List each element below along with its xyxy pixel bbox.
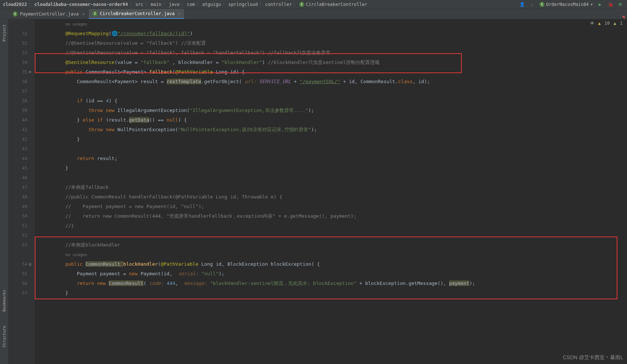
tab-circle-breaker-controller[interactable]: C CircleBreakerController.java ✕: [89, 9, 184, 19]
navigation-bar: cloud2022〉 cloudalibaba-consumer-nacos-o…: [0, 0, 627, 9]
code-content[interactable]: ◥ 👁 ▲10 ▲1 no usages @RequestMapping(🌐"/…: [35, 19, 627, 364]
watermark: CSDN @艾卡西亚丶暴雨L: [563, 354, 623, 361]
run-icon: C: [539, 2, 545, 7]
breadcrumb-item[interactable]: src: [135, 2, 143, 7]
code-editor[interactable]: 31 32 33 34 35⊚ 36 37 38 39 40 41 42 43 …: [8, 19, 627, 364]
tool-window-bookmarks[interactable]: Bookmarks: [2, 288, 7, 313]
toolbar-right: 👤 ↙ C OrderNacosMain84 ▾ ▶ 🐞 ⛨: [519, 1, 624, 8]
tool-window-project[interactable]: Project: [2, 23, 7, 43]
breadcrumb-item[interactable]: cloudalibaba-consumer-nacos-order84: [34, 2, 128, 7]
user-icon[interactable]: 👤: [519, 1, 525, 8]
breadcrumb-item[interactable]: main: [151, 2, 162, 7]
breadcrumb-item[interactable]: cloud2022: [3, 2, 27, 7]
breadcrumb-item[interactable]: C CircleBreakerController: [299, 2, 367, 7]
tool-window-structure[interactable]: Structure: [2, 324, 7, 349]
inlay-hint-no-usages: no usages: [65, 252, 88, 257]
editor-tabs: C PaymentController.java ✕ C CircleBreak…: [0, 9, 627, 19]
close-icon[interactable]: ✕: [82, 12, 85, 16]
breadcrumb-item[interactable]: com: [187, 2, 195, 7]
close-icon[interactable]: ✕: [178, 11, 180, 16]
tab-payment-controller[interactable]: C PaymentController.java ✕: [9, 9, 89, 19]
breadcrumb-item[interactable]: controller: [265, 2, 292, 7]
class-icon: C: [13, 11, 18, 17]
debug-button[interactable]: 🐞: [607, 1, 614, 8]
breadcrumb-item[interactable]: springcloud: [228, 2, 258, 7]
run-button[interactable]: ▶: [597, 1, 603, 8]
tab-label: CircleBreakerController.java: [100, 11, 174, 16]
run-coverage-button[interactable]: ⛨: [617, 1, 624, 8]
left-tool-strip: Project Bookmarks Structure: [0, 19, 8, 364]
run-configuration-selector[interactable]: C OrderNacosMain84 ▾: [539, 2, 593, 7]
back-icon[interactable]: ↙: [529, 1, 536, 8]
breadcrumb-item[interactable]: java: [169, 2, 180, 7]
tab-label: PaymentController.java: [20, 11, 79, 17]
inlay-hint-no-usages: no usages: [65, 22, 88, 27]
class-icon: C: [92, 11, 98, 16]
breadcrumbs: cloud2022〉 cloudalibaba-consumer-nacos-o…: [3, 1, 519, 7]
line-number-gutter: 31 32 33 34 35⊚ 36 37 38 39 40 41 42 43 …: [8, 19, 35, 364]
breadcrumb-item[interactable]: atguigu: [202, 2, 221, 7]
class-icon: C: [299, 2, 304, 7]
